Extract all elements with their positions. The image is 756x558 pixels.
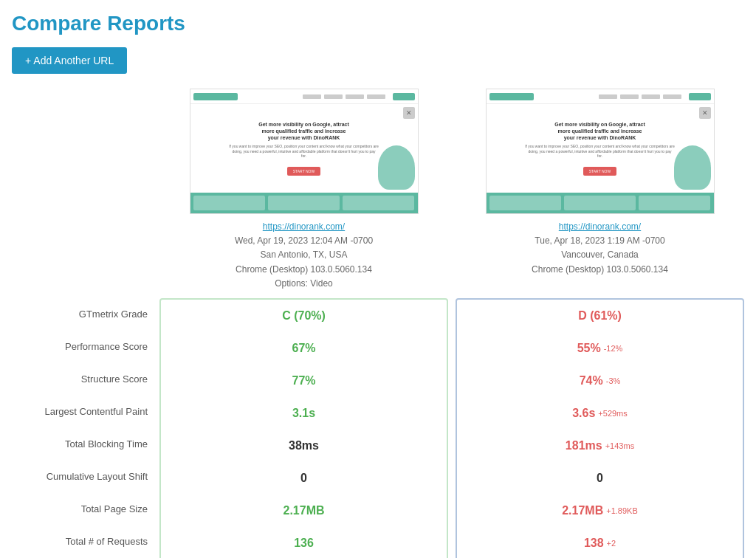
col2-cls: 0 — [457, 462, 743, 495]
col1-cls: 0 — [161, 462, 447, 495]
metrics-col-1: C (70%) 67% 77% 3.1s 38ms 0 2.17MB 136 — [159, 298, 448, 558]
label-page-size: Total Page Size — [12, 493, 159, 526]
metrics-section: GTmetrix Grade Performance Score Structu… — [12, 298, 744, 558]
metrics-cols: C (70%) 67% 77% 3.1s 38ms 0 2.17MB 136 D… — [159, 298, 744, 558]
col2-structure: 74%-3% — [457, 365, 743, 397]
label-performance-score: Performance Score — [12, 331, 159, 363]
report-2-location: Vancouver, Canada — [532, 248, 668, 262]
report-2-screenshot: ✕ Get more visibility on Google, attract… — [486, 89, 715, 214]
col2-performance: 55%-12% — [457, 332, 743, 365]
col1-page-size: 2.17MB — [161, 495, 447, 527]
report-1-url[interactable]: https://dinorank.com/ — [263, 221, 345, 232]
label-requests: Total # of Requests — [12, 526, 159, 558]
report-1-info: https://dinorank.com/ Wed, Apr 19, 2023 … — [235, 220, 373, 291]
report-1-browser: Chrome (Desktop) 103.0.5060.134 — [235, 263, 373, 277]
col1-performance: 67% — [161, 332, 447, 365]
report-2-info: https://dinorank.com/ Tue, Apr 18, 2023 … — [532, 220, 668, 277]
report-1-options: Options: Video — [235, 277, 373, 291]
col2-page-size: 2.17MB+1.89KB — [457, 495, 743, 527]
col2-grade: D (61%) — [457, 300, 743, 332]
report-1-screenshot: ✕ Get more visibility on Google, attract… — [190, 89, 419, 214]
report-2-url[interactable]: https://dinorank.com/ — [559, 221, 641, 232]
report-2-date: Tue, Apr 18, 2023 1:19 AM -0700 — [532, 234, 668, 248]
label-structure-score: Structure Score — [12, 363, 159, 396]
screenshots-row: ✕ Get more visibility on Google, attract… — [159, 89, 744, 291]
page-title: Compare Reports — [12, 12, 744, 35]
label-gtmetrix-grade: GTmetrix Grade — [12, 298, 159, 331]
report-1-date: Wed, Apr 19, 2023 12:04 AM -0700 — [235, 234, 373, 248]
label-lcp: Largest Contentful Paint — [12, 396, 159, 428]
col1-grade: C (70%) — [161, 300, 447, 332]
report-2-screenshot-block: ✕ Get more visibility on Google, attract… — [456, 89, 744, 291]
label-tbt: Total Blocking Time — [12, 428, 159, 461]
col1-tbt: 38ms — [161, 430, 447, 462]
report-2-close-button[interactable]: ✕ — [699, 107, 711, 119]
report-1-close-button[interactable]: ✕ — [403, 107, 415, 119]
col1-structure: 77% — [161, 365, 447, 397]
report-1-location: San Antonio, TX, USA — [235, 248, 373, 262]
col2-lcp: 3.6s+529ms — [457, 397, 743, 430]
add-url-button[interactable]: + Add Another URL — [12, 47, 127, 74]
col2-tbt: 181ms+143ms — [457, 430, 743, 462]
report-2-browser: Chrome (Desktop) 103.0.5060.134 — [532, 263, 668, 277]
col1-requests: 136 — [161, 527, 447, 558]
report-1-screenshot-block: ✕ Get more visibility on Google, attract… — [159, 89, 448, 291]
label-cls: Cumulative Layout Shift — [12, 461, 159, 493]
metrics-labels: GTmetrix Grade Performance Score Structu… — [12, 298, 159, 558]
col1-lcp: 3.1s — [161, 397, 447, 430]
col2-requests: 138+2 — [457, 527, 743, 558]
metrics-col-2: D (61%) 55%-12% 74%-3% 3.6s+529ms 181ms+… — [456, 298, 744, 558]
